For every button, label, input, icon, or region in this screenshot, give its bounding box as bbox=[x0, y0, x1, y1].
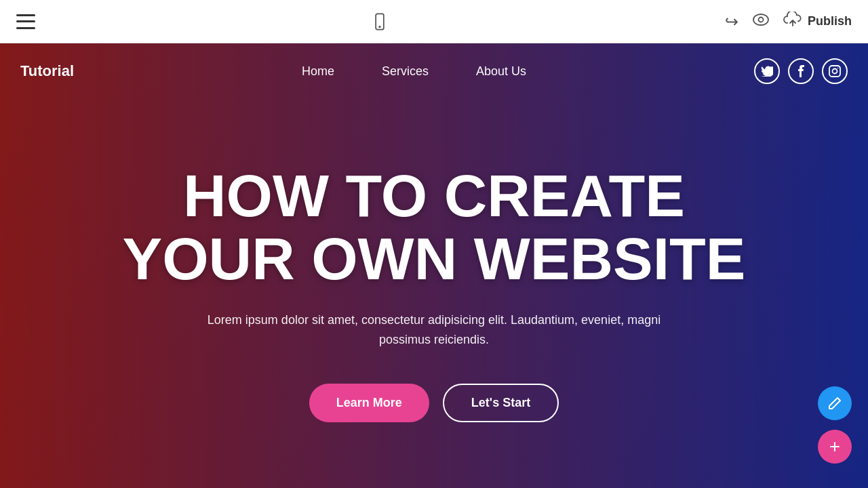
svg-point-1 bbox=[380, 26, 381, 27]
nav-link-about[interactable]: About Us bbox=[476, 64, 526, 79]
lets-start-button[interactable]: Let's Start bbox=[443, 384, 559, 422]
social-icons bbox=[754, 58, 848, 84]
publish-button[interactable]: Publish bbox=[783, 12, 852, 31]
svg-point-5 bbox=[833, 69, 837, 74]
hero-title-line1: HOW TO CREATE bbox=[183, 162, 685, 229]
instagram-icon[interactable] bbox=[822, 58, 848, 84]
nav-link-home[interactable]: Home bbox=[302, 64, 334, 79]
toolbar-right: ↩ Publish bbox=[725, 12, 852, 31]
hero-title: HOW TO CREATE YOUR OWN WEBSITE bbox=[122, 165, 745, 290]
facebook-icon[interactable] bbox=[788, 58, 814, 84]
hero-subtitle: Lorem ipsum dolor sit amet, consectetur … bbox=[197, 310, 671, 350]
hero-title-line2: YOUR OWN WEBSITE bbox=[122, 225, 745, 292]
svg-point-3 bbox=[758, 17, 763, 22]
cloud-upload-icon bbox=[783, 12, 802, 31]
twitter-icon[interactable] bbox=[754, 58, 780, 84]
site-navigation: Tutorial Home Services About Us bbox=[0, 43, 868, 99]
hero-buttons: Learn More Let's Start bbox=[309, 384, 559, 422]
toolbar: ↩ Publish bbox=[0, 0, 868, 43]
add-icon: + bbox=[829, 436, 840, 458]
hero-section: HOW TO CREATE YOUR OWN WEBSITE Lorem ips… bbox=[0, 99, 868, 488]
nav-links: Home Services About Us bbox=[302, 64, 526, 79]
phone-preview-icon[interactable] bbox=[368, 9, 392, 34]
toolbar-center bbox=[368, 9, 392, 34]
nav-link-services[interactable]: Services bbox=[382, 64, 429, 79]
undo-icon[interactable]: ↩ bbox=[725, 12, 738, 31]
preview-eye-icon[interactable] bbox=[752, 13, 770, 30]
hamburger-menu-icon[interactable] bbox=[16, 14, 35, 29]
edit-fab-button[interactable] bbox=[818, 386, 852, 420]
svg-point-2 bbox=[753, 14, 768, 25]
svg-point-6 bbox=[837, 68, 839, 69]
toolbar-left bbox=[16, 14, 35, 29]
add-fab-button[interactable]: + bbox=[818, 430, 852, 464]
website-preview: Tutorial Home Services About Us bbox=[0, 43, 868, 488]
site-logo: Tutorial bbox=[20, 62, 74, 80]
learn-more-button[interactable]: Learn More bbox=[309, 384, 429, 422]
publish-label: Publish bbox=[808, 14, 852, 28]
svg-rect-4 bbox=[829, 66, 840, 77]
